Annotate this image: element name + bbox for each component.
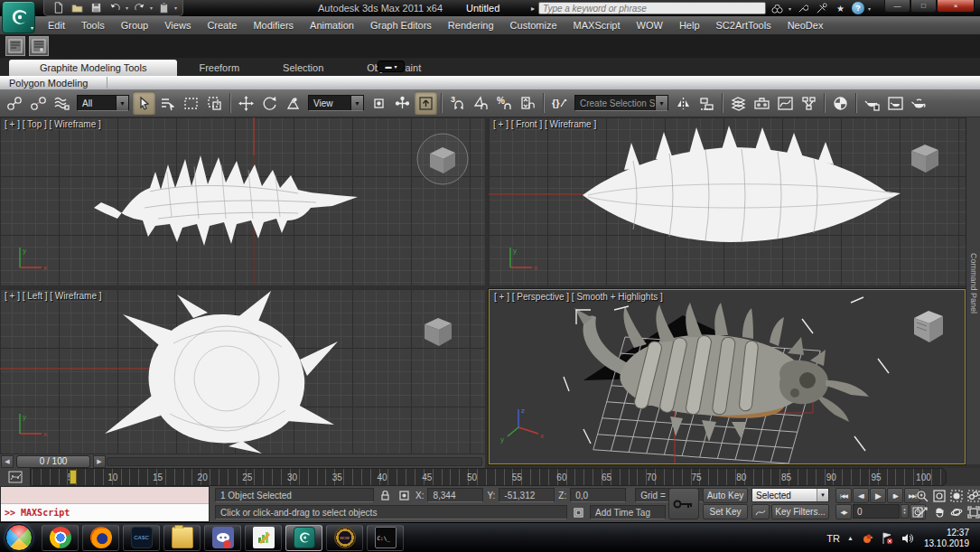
viewcube[interactable] bbox=[909, 306, 948, 348]
snaps-toggle-3d-button[interactable]: 3 bbox=[446, 91, 469, 115]
viewport-left-label[interactable]: [ + ] [ Left ] [ Wireframe ] bbox=[5, 291, 102, 301]
previous-frame-arrow[interactable]: ◀ bbox=[1, 455, 14, 468]
zoom-region-button[interactable] bbox=[914, 504, 930, 519]
unlink-selection-button[interactable] bbox=[27, 91, 50, 115]
maximize-viewport-toggle-button[interactable] bbox=[966, 504, 980, 519]
favorites-star-icon[interactable]: ★ bbox=[833, 2, 848, 15]
save-file-button[interactable] bbox=[88, 1, 104, 14]
viewport-left[interactable]: [ + ] [ Left ] [ Wireframe ] x y bbox=[0, 289, 485, 454]
command-panel-collapsed[interactable]: Command Panel bbox=[966, 117, 980, 464]
viewcube[interactable] bbox=[906, 139, 944, 177]
keyboard-shortcut-override-button[interactable] bbox=[415, 91, 437, 115]
rendered-frame-window-button[interactable] bbox=[884, 91, 907, 115]
menu-item[interactable]: WOW bbox=[629, 20, 671, 31]
time-slider-track[interactable] bbox=[107, 457, 482, 466]
key-filters-button[interactable]: Key Filters... bbox=[771, 504, 829, 519]
select-object-button[interactable] bbox=[133, 91, 155, 115]
taskbar-image-editor-button[interactable] bbox=[245, 525, 282, 551]
graphite-toolbox-button[interactable] bbox=[751, 91, 773, 115]
material-editor-button[interactable] bbox=[829, 91, 852, 115]
viewport-front[interactable]: [ + ] [ Front ] [ Wireframe ] x x y bbox=[489, 117, 966, 285]
undo-button[interactable] bbox=[107, 1, 123, 14]
align-button[interactable] bbox=[695, 91, 718, 115]
render-setup-button[interactable] bbox=[861, 91, 883, 115]
time-tag-icon[interactable] bbox=[571, 505, 586, 519]
viewport-perspective[interactable]: [ + ] [ Perspective ] [ Smooth + Highlig… bbox=[489, 289, 966, 464]
help-icon[interactable]: ? bbox=[852, 2, 864, 14]
taskbar-firefox-button[interactable] bbox=[82, 525, 119, 551]
open-file-button[interactable] bbox=[69, 1, 85, 14]
select-and-link-button[interactable] bbox=[4, 91, 26, 115]
wireframe-model-top[interactable] bbox=[94, 155, 358, 246]
redo-dropdown-caret[interactable]: ▾ bbox=[150, 5, 153, 11]
subscription-wrench-icon[interactable] bbox=[795, 2, 810, 15]
menu-item[interactable]: Group bbox=[113, 20, 157, 31]
track-bar-ruler[interactable]: 5101520253035404550556065707580859095100 bbox=[31, 468, 947, 486]
select-and-scale-button[interactable] bbox=[282, 91, 304, 115]
menu-item[interactable]: NeoDex bbox=[779, 20, 832, 31]
bind-to-space-warp-button[interactable] bbox=[51, 91, 73, 115]
wireframe-model-front[interactable] bbox=[583, 126, 901, 242]
render-production-button[interactable] bbox=[908, 91, 930, 115]
taskbar-3dsmax-button[interactable] bbox=[285, 525, 322, 551]
menu-item[interactable]: Rendering bbox=[440, 20, 502, 31]
minimized-toolbar-icon[interactable] bbox=[5, 36, 25, 56]
menu-item[interactable]: Create bbox=[199, 20, 245, 31]
select-and-move-button[interactable] bbox=[235, 91, 257, 115]
spinner-snap-toggle-button[interactable] bbox=[517, 91, 539, 115]
key-filter-set-dropdown[interactable]: Selected ▼ bbox=[751, 488, 829, 502]
use-pivot-center-button[interactable] bbox=[368, 91, 390, 115]
y-coordinate-field[interactable]: -51,312 bbox=[499, 488, 555, 502]
open-mini-curve-editor-button[interactable] bbox=[0, 468, 31, 486]
new-scene-button[interactable] bbox=[50, 1, 66, 14]
angle-snap-toggle-button[interactable] bbox=[470, 91, 492, 115]
hidden-icons-button[interactable]: ▲ bbox=[847, 535, 854, 541]
play-animation-button[interactable]: ▶ bbox=[870, 488, 886, 503]
communication-center-icon[interactable] bbox=[814, 2, 829, 15]
menu-item[interactable]: SC2ArtTools bbox=[708, 20, 779, 31]
z-coordinate-field[interactable]: 0,0 bbox=[570, 488, 626, 502]
auto-key-button[interactable]: Auto Key bbox=[703, 488, 748, 503]
search-input[interactable] bbox=[538, 2, 766, 14]
clock[interactable]: 12:37 13.10.2019 bbox=[924, 528, 976, 549]
add-time-tag-field[interactable]: Add Time Tag bbox=[590, 505, 666, 519]
track-bar-frame-handle[interactable] bbox=[70, 470, 77, 484]
ribbon-tab[interactable]: Graphite Modeling Tools bbox=[9, 60, 177, 76]
close-button[interactable]: × bbox=[937, 0, 975, 13]
language-indicator[interactable]: TR bbox=[826, 533, 840, 544]
named-selection-set-dropdown[interactable]: Create Selection Se▼ bbox=[574, 95, 668, 111]
taskbar-chrome-button[interactable] bbox=[42, 525, 79, 551]
minimize-button[interactable]: — bbox=[884, 0, 910, 13]
layer-manager-button[interactable] bbox=[727, 91, 750, 115]
maxscript-mini-listener[interactable]: >> MAXScript bbox=[0, 486, 210, 522]
schematic-view-button[interactable] bbox=[798, 91, 820, 115]
ribbon-minimize-button[interactable]: ▬▾ bbox=[378, 61, 405, 72]
set-key-button[interactable]: Set Key bbox=[703, 504, 748, 519]
viewport-top[interactable]: [ + ] [ Top ] [ Wireframe ] x y bbox=[0, 117, 485, 285]
undo-dropdown-caret[interactable]: ▾ bbox=[126, 5, 128, 11]
previous-frame-button[interactable]: ◀▮ bbox=[853, 488, 869, 503]
select-and-rotate-button[interactable] bbox=[258, 91, 281, 115]
menu-item[interactable]: Help bbox=[671, 20, 708, 31]
menu-item[interactable]: Customize bbox=[502, 20, 565, 31]
selection-lock-icon[interactable] bbox=[378, 488, 393, 502]
search-expand-icon[interactable]: ▸ bbox=[531, 5, 535, 13]
ribbon-tab[interactable]: Freeform bbox=[177, 60, 261, 76]
maximize-button[interactable]: □ bbox=[910, 0, 937, 13]
antivirus-tray-icon[interactable] bbox=[861, 532, 873, 545]
volume-tray-icon[interactable] bbox=[901, 532, 913, 545]
redo-button[interactable] bbox=[131, 1, 147, 14]
curve-editor-button[interactable] bbox=[774, 91, 797, 115]
frame-spinner[interactable]: ▲▼ bbox=[901, 504, 909, 519]
absolute-mode-icon[interactable] bbox=[397, 488, 412, 502]
network-status-tray-icon[interactable] bbox=[881, 532, 893, 545]
search-options-caret[interactable]: ▾ bbox=[789, 5, 791, 12]
viewport-top-label[interactable]: [ + ] [ Top ] [ Wireframe ] bbox=[5, 119, 101, 129]
start-button[interactable] bbox=[5, 524, 33, 551]
clipboard-dropdown-caret[interactable]: ▾ bbox=[174, 5, 177, 11]
mirror-button[interactable] bbox=[672, 91, 695, 115]
key-mode-toggle-button[interactable]: ◀▶ bbox=[835, 504, 852, 519]
orbit-button[interactable] bbox=[948, 504, 965, 519]
viewcube[interactable] bbox=[419, 313, 457, 351]
maxscript-macro-recorder[interactable] bbox=[1, 487, 209, 504]
